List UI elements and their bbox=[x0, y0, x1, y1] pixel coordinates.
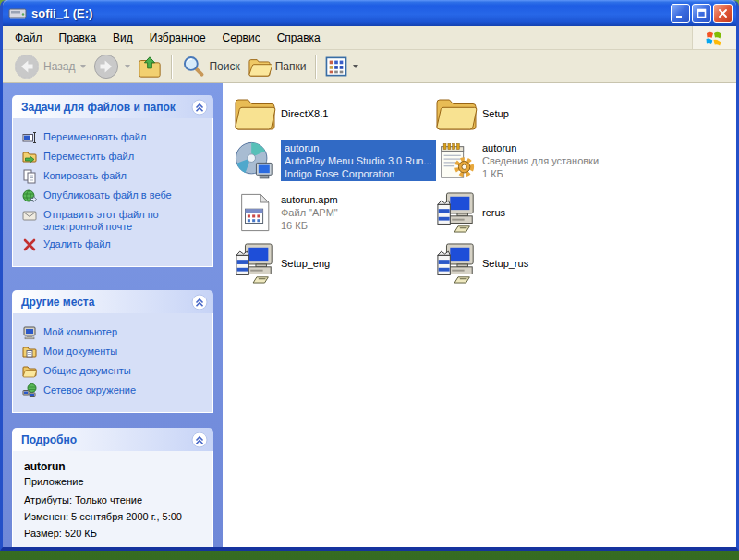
toolbar: Назад bbox=[3, 50, 736, 83]
place-my-documents[interactable]: Мои документы bbox=[22, 345, 207, 359]
menu-view[interactable]: Вид bbox=[104, 28, 141, 48]
file-size: 1 КБ bbox=[482, 168, 503, 179]
menu-favorites[interactable]: Избранное bbox=[141, 28, 214, 48]
windows-logo-icon bbox=[705, 29, 725, 47]
my-computer-icon bbox=[22, 325, 37, 340]
menu-bar: Файл Правка Вид Избранное Сервис Справка bbox=[3, 26, 736, 50]
place-network[interactable]: Сетевое окружение bbox=[22, 383, 207, 398]
task-label: Опубликовать файл в вебе bbox=[43, 189, 172, 201]
task-move-file[interactable]: Переместить файл bbox=[22, 150, 207, 164]
collapse-chevron-icon[interactable] bbox=[191, 99, 208, 116]
forward-button[interactable] bbox=[90, 52, 134, 81]
task-label: Переименовать файл bbox=[43, 130, 146, 143]
place-label: Мой компьютер bbox=[43, 325, 117, 338]
folder-icon bbox=[232, 95, 278, 132]
shared-documents-icon bbox=[22, 364, 37, 379]
details-panel: Подробно autorun Приложение Атрибуты: То… bbox=[12, 428, 213, 547]
file-name: DirectX8.1 bbox=[281, 108, 328, 119]
task-delete-file[interactable]: Удалить файл bbox=[22, 237, 207, 252]
details-modified: Изменен: 5 сентября 2000 г., 5:00 bbox=[24, 511, 205, 522]
network-icon bbox=[22, 383, 37, 398]
menu-tools[interactable]: Сервис bbox=[214, 28, 269, 48]
close-button[interactable] bbox=[713, 4, 733, 23]
window-title: sofii_1 (E:) bbox=[31, 6, 669, 20]
place-label: Мои документы bbox=[43, 345, 117, 358]
folders-button[interactable]: Папки bbox=[244, 54, 310, 79]
task-label: Копировать файл bbox=[43, 169, 127, 182]
installer-icon bbox=[232, 243, 278, 284]
file-tile-autorun-apm[interactable]: autorun.apm Файл "APM" 16 КБ bbox=[232, 189, 428, 236]
file-tile-setup-eng[interactable]: Setup_eng bbox=[232, 240, 428, 286]
forward-dropdown-icon[interactable] bbox=[125, 65, 130, 68]
views-dropdown-icon[interactable] bbox=[353, 65, 358, 68]
views-icon bbox=[325, 56, 347, 77]
back-dropdown-icon[interactable] bbox=[80, 65, 86, 68]
toolbar-separator bbox=[315, 55, 316, 79]
installer-icon bbox=[433, 192, 479, 233]
task-label: Отправить этот файл по электронной почте bbox=[43, 208, 191, 233]
file-tile-rerus[interactable]: rerus bbox=[433, 189, 629, 236]
menu-edit[interactable]: Правка bbox=[51, 28, 105, 48]
email-icon bbox=[22, 208, 37, 223]
place-my-computer[interactable]: Мой компьютер bbox=[22, 325, 207, 340]
task-copy-file[interactable]: Копировать файл bbox=[22, 169, 207, 184]
title-bar[interactable]: sofii_1 (E:) bbox=[3, 0, 736, 26]
task-label: Удалить файл bbox=[43, 237, 111, 250]
file-description: AutoPlay Menu Studio 3.0 Run... bbox=[285, 155, 432, 166]
file-tasks-title: Задачи для файлов и папок bbox=[21, 101, 191, 114]
collapse-chevron-icon[interactable] bbox=[191, 432, 208, 448]
file-name: autorun bbox=[285, 142, 319, 153]
back-button-label: Назад bbox=[43, 60, 75, 73]
windows-logo-pane bbox=[692, 26, 736, 49]
my-documents-icon bbox=[22, 345, 37, 359]
details-body: autorun Приложение Атрибуты: Только чтен… bbox=[12, 451, 213, 547]
place-shared-documents[interactable]: Общие документы bbox=[22, 364, 207, 379]
details-file-type: Приложение bbox=[24, 476, 205, 487]
task-publish-file[interactable]: Опубликовать файл в вебе bbox=[22, 189, 207, 203]
back-arrow-icon bbox=[14, 54, 40, 79]
views-button[interactable] bbox=[321, 55, 362, 79]
other-places-header[interactable]: Другие места bbox=[12, 290, 213, 313]
menu-file[interactable]: Файл bbox=[6, 28, 51, 48]
file-tile-setup-rus[interactable]: Setup_rus bbox=[433, 240, 629, 286]
task-email-file[interactable]: Отправить этот файл по электронной почте bbox=[22, 208, 207, 233]
collapse-chevron-icon[interactable] bbox=[191, 294, 208, 310]
up-button[interactable] bbox=[134, 53, 165, 80]
folder-icon bbox=[433, 95, 479, 132]
explorer-window: sofii_1 (E:) Файл Правка Вид Избранное С… bbox=[0, 0, 739, 551]
file-tasks-header[interactable]: Задачи для файлов и папок bbox=[12, 95, 213, 118]
search-button[interactable]: Поиск bbox=[177, 53, 243, 80]
file-tasks-panel: Задачи для файлов и папок Переименовать … bbox=[12, 95, 213, 267]
maximize-button[interactable] bbox=[692, 4, 711, 23]
file-tile-directx81[interactable]: DirectX8.1 bbox=[232, 91, 428, 137]
menu-items: Файл Правка Вид Избранное Сервис Справка bbox=[3, 26, 692, 49]
copy-icon bbox=[22, 169, 37, 184]
file-tile-setup-folder[interactable]: Setup bbox=[433, 91, 629, 137]
delete-icon bbox=[22, 237, 37, 252]
back-button[interactable]: Назад bbox=[10, 52, 90, 81]
other-places-title: Другие места bbox=[21, 296, 191, 309]
menu-help[interactable]: Справка bbox=[269, 28, 329, 48]
toolbar-separator bbox=[171, 55, 172, 79]
file-list-area[interactable]: DirectX8.1 Setup bbox=[223, 83, 736, 547]
forward-arrow-icon bbox=[93, 54, 119, 79]
move-icon bbox=[22, 150, 37, 164]
minimize-button[interactable] bbox=[671, 4, 690, 23]
apm-file-icon bbox=[232, 192, 278, 233]
folders-button-label: Папки bbox=[275, 60, 307, 73]
details-title: Подробно bbox=[21, 433, 191, 446]
folder-up-icon bbox=[138, 55, 162, 79]
details-header[interactable]: Подробно bbox=[12, 428, 213, 451]
file-tile-autorun-exe[interactable]: autorun AutoPlay Menu Studio 3.0 Run... … bbox=[232, 138, 428, 184]
other-places-body: Мой компьютер Мои документы bbox=[12, 313, 213, 413]
details-attributes: Атрибуты: Только чтение bbox=[24, 494, 205, 505]
file-name: rerus bbox=[482, 207, 505, 218]
task-pane-sidebar: Задачи для файлов и папок Переименовать … bbox=[3, 83, 223, 547]
place-label: Общие документы bbox=[43, 364, 131, 377]
task-rename-file[interactable]: Переименовать файл bbox=[22, 130, 207, 145]
desktop-wallpaper: sofii_1 (E:) Файл Правка Вид Избранное С… bbox=[0, 0, 739, 560]
file-name: autorun bbox=[482, 142, 516, 153]
file-tile-autorun-inf[interactable]: autorun Сведения для установки 1 КБ bbox=[433, 138, 629, 184]
setup-info-icon bbox=[433, 140, 479, 181]
details-file-name: autorun bbox=[24, 460, 205, 473]
